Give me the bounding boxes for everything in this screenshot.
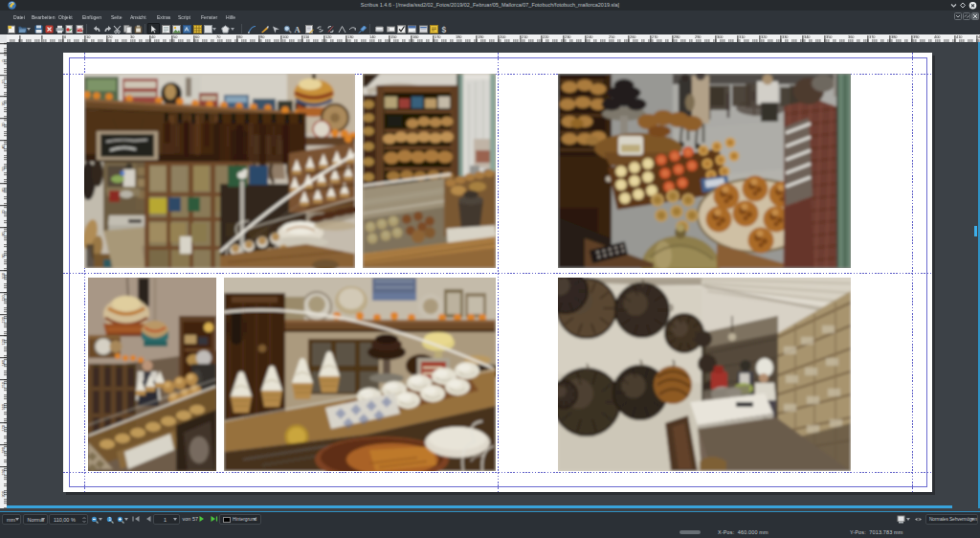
svg-text:A: A <box>295 25 301 34</box>
svg-text:$: $ <box>442 25 447 34</box>
svg-text:PDF: PDF <box>78 28 83 32</box>
